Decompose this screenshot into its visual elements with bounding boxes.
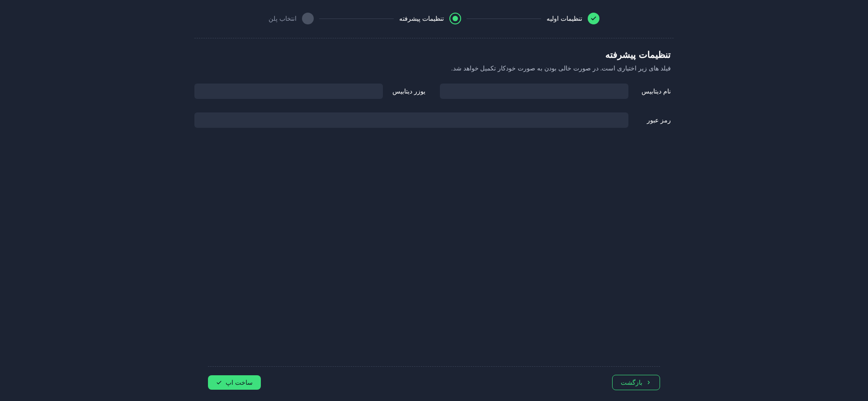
back-button[interactable]: بازگشت	[612, 375, 660, 390]
password-input[interactable]	[194, 112, 628, 128]
active-step-icon	[449, 13, 461, 24]
check-icon	[216, 380, 222, 386]
page-subtitle: فیلد های زیر اختیاری است. در صورت خالی ب…	[194, 65, 671, 72]
step-label: تنظیمات پیشرفته	[399, 15, 444, 22]
db-name-label: نام دیتابیس	[637, 88, 671, 95]
db-user-input[interactable]	[194, 84, 383, 99]
step-connector	[319, 19, 394, 19]
step-advanced-settings: تنظیمات پیشرفته	[399, 13, 461, 24]
step-initial-settings: تنظیمات اولیه	[547, 13, 599, 24]
form-group-db-name: نام دیتابیس	[440, 84, 671, 99]
check-icon	[588, 13, 599, 24]
footer: بازگشت ساخت اپ	[208, 366, 660, 390]
chevron-right-icon	[646, 380, 651, 385]
back-button-label: بازگشت	[621, 379, 642, 386]
db-user-label: یوزر دیتابیس	[392, 88, 425, 95]
step-connector	[467, 19, 541, 19]
db-name-input[interactable]	[440, 84, 628, 99]
content-area: تنظیمات پیشرفته فیلد های زیر اختیاری است…	[194, 38, 674, 128]
page-title: تنظیمات پیشرفته	[194, 49, 671, 60]
form-row: نام دیتابیس یوزر دیتابیس	[194, 84, 671, 99]
pending-step-icon	[302, 13, 314, 24]
stepper: تنظیمات اولیه تنظیمات پیشرفته انتخاب پلن	[194, 13, 674, 24]
password-label: رمز عبور	[637, 117, 671, 124]
step-label: تنظیمات اولیه	[547, 15, 582, 22]
form-group-db-user: یوزر دیتابیس	[194, 84, 425, 99]
submit-button[interactable]: ساخت اپ	[208, 375, 261, 390]
form-group-password: رمز عبور	[194, 112, 671, 128]
form-row: رمز عبور	[194, 112, 671, 128]
step-plan-selection: انتخاب پلن	[269, 13, 314, 24]
step-label: انتخاب پلن	[269, 15, 297, 22]
submit-button-label: ساخت اپ	[226, 379, 253, 386]
footer-divider	[208, 366, 660, 367]
footer-buttons: بازگشت ساخت اپ	[208, 375, 660, 390]
